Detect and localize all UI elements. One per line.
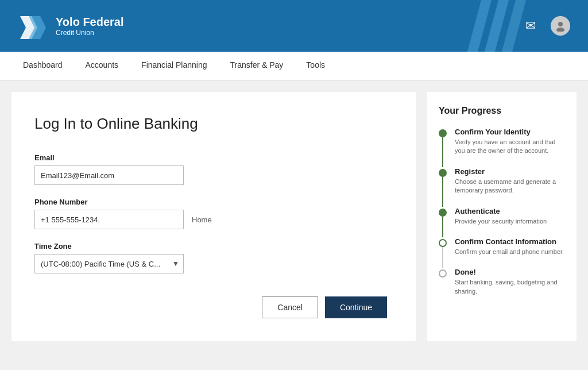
user-profile-button[interactable] [550, 16, 571, 36]
progress-steps: Confirm Your Identity Verify you have an… [439, 128, 565, 307]
email-input[interactable] [34, 165, 184, 185]
brand-name: Yolo Federal [56, 16, 124, 29]
step-desc-3: Provide your security information [455, 217, 565, 226]
form-title: Log In to Online Banking [34, 115, 387, 133]
step-content-1: Confirm Your Identity Verify you have an… [455, 128, 565, 167]
step-dot-1 [439, 129, 447, 137]
timezone-field-group: Time Zone (UTC-08:00) Pacific Time (US &… [34, 242, 387, 273]
step-desc-5: Start banking, saving, budgeting and sha… [455, 278, 565, 296]
step-line-3 [442, 217, 443, 237]
step-desc-2: Choose a username and generate a tempora… [455, 178, 565, 195]
header-icons: ✉ [520, 16, 571, 36]
timezone-select[interactable]: (UTC-08:00) Pacific Time (US & C... (UTC… [34, 254, 184, 273]
continue-button[interactable]: Continue [325, 296, 387, 318]
progress-title: Your Progress [439, 106, 565, 116]
step-desc-1: Verify you have an account and that you … [455, 138, 565, 156]
nav-item-financial-planning[interactable]: Financial Planning [130, 52, 218, 80]
logo-text: Yolo Federal Credit Union [56, 16, 124, 37]
logo: Yolo Federal Credit Union [17, 10, 124, 42]
progress-step-1: Confirm Your Identity Verify you have an… [439, 128, 565, 167]
mail-button[interactable]: ✉ [520, 16, 541, 36]
step-name-4: Confirm Contact Information [455, 237, 565, 246]
header: Yolo Federal Credit Union ✉ [0, 0, 588, 52]
step-indicator-4 [439, 237, 447, 268]
phone-label: Phone Number [34, 198, 387, 206]
svg-point-3 [558, 22, 563, 26]
email-label: Email [34, 153, 387, 162]
user-icon [555, 20, 566, 32]
step-line-4 [442, 247, 443, 268]
user-avatar [551, 16, 570, 36]
step-content-5: Done! Start banking, saving, budgeting a… [455, 268, 565, 307]
nav-item-transfer-pay[interactable]: Transfer & Pay [219, 52, 295, 80]
step-name-2: Register [455, 167, 565, 176]
step-name-5: Done! [455, 268, 565, 276]
step-line-2 [442, 177, 443, 207]
form-actions: Cancel Continue [34, 296, 387, 318]
step-name-1: Confirm Your Identity [455, 128, 565, 136]
step-dot-2 [439, 169, 447, 177]
nav-item-tools[interactable]: Tools [295, 52, 336, 80]
brand-sub: Credit Union [56, 29, 124, 37]
step-dot-4 [439, 239, 447, 247]
logo-icon [17, 10, 49, 42]
progress-step-5: Done! Start banking, saving, budgeting a… [439, 268, 565, 307]
step-dot-3 [439, 209, 447, 217]
step-desc-4: Confirm your email and phone number. [455, 248, 565, 256]
phone-input[interactable] [34, 210, 184, 229]
step-content-4: Confirm Contact Information Confirm your… [455, 237, 565, 268]
progress-sidebar: Your Progress Confirm Your Identity Veri… [427, 92, 577, 341]
timezone-select-wrapper: (UTC-08:00) Pacific Time (US & C... (UTC… [34, 254, 184, 273]
mail-icon: ✉ [525, 18, 536, 33]
phone-type-tag: Home [192, 215, 212, 224]
step-line-1 [442, 137, 443, 167]
timezone-label: Time Zone [34, 242, 387, 250]
main-content: Log In to Online Banking Email Phone Num… [0, 80, 588, 353]
step-indicator-1 [439, 128, 447, 167]
navigation: Dashboard Accounts Financial Planning Tr… [0, 52, 588, 80]
progress-step-2: Register Choose a username and generate … [439, 167, 565, 207]
svg-point-4 [556, 28, 564, 32]
progress-step-3: Authenticate Provide your security infor… [439, 207, 565, 237]
login-form-card: Log In to Online Banking Email Phone Num… [11, 92, 416, 341]
step-indicator-5 [439, 268, 447, 307]
step-name-3: Authenticate [455, 207, 565, 215]
phone-row: Home [34, 210, 387, 229]
step-indicator-3 [439, 207, 447, 237]
step-indicator-2 [439, 167, 447, 207]
step-dot-5 [439, 269, 447, 278]
header-stripes [474, 0, 519, 52]
phone-field-group: Phone Number Home [34, 198, 387, 229]
nav-item-dashboard[interactable]: Dashboard [11, 52, 74, 80]
email-field-group: Email [34, 153, 387, 185]
step-content-3: Authenticate Provide your security infor… [455, 207, 565, 237]
cancel-button[interactable]: Cancel [262, 296, 318, 318]
step-content-2: Register Choose a username and generate … [455, 167, 565, 207]
nav-item-accounts[interactable]: Accounts [74, 52, 130, 80]
progress-step-4: Confirm Contact Information Confirm your… [439, 237, 565, 268]
